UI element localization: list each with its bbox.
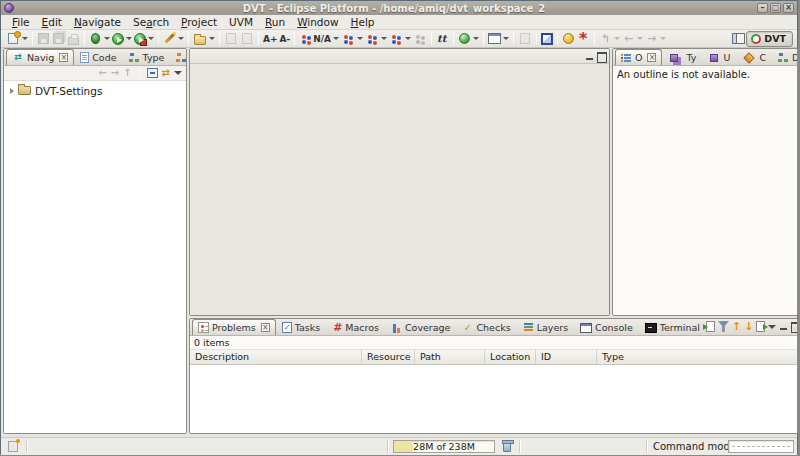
menu-project[interactable]: Project bbox=[175, 16, 223, 28]
disabled-doc-button-1[interactable] bbox=[223, 31, 239, 47]
new-wizard-button[interactable] bbox=[5, 31, 29, 47]
tab-layers[interactable]: Layers bbox=[517, 319, 574, 335]
forward-button[interactable]: → bbox=[644, 31, 667, 47]
minimize-view-icon[interactable] bbox=[779, 322, 788, 331]
tab-navigator[interactable]: ⇄ Navig × bbox=[6, 49, 74, 65]
save-all-button[interactable] bbox=[51, 31, 66, 47]
empty-editor-area[interactable] bbox=[190, 64, 609, 315]
dropdown-caret[interactable] bbox=[614, 37, 620, 40]
close-tab-icon[interactable]: × bbox=[59, 53, 68, 62]
up-icon[interactable]: ↑ bbox=[123, 67, 131, 79]
red-asterisk-button[interactable] bbox=[576, 31, 591, 47]
print-button[interactable] bbox=[66, 31, 81, 47]
dropdown-caret[interactable] bbox=[209, 37, 215, 40]
collapse-all-icon[interactable] bbox=[147, 68, 158, 78]
menu-help[interactable]: Help bbox=[345, 16, 381, 28]
forward-icon[interactable]: → bbox=[111, 67, 119, 79]
status-icon[interactable] bbox=[8, 441, 18, 452]
view-menu-icon[interactable] bbox=[768, 325, 776, 329]
tab-console[interactable]: Console bbox=[574, 319, 639, 335]
view-menu-icon[interactable] bbox=[174, 71, 182, 75]
dropdown-caret[interactable] bbox=[357, 37, 363, 40]
disabled-doc-button-3[interactable] bbox=[517, 31, 533, 47]
dvt-build-na-button[interactable]: N/A bbox=[298, 31, 340, 47]
column-id[interactable]: ID bbox=[536, 350, 597, 364]
tab-terminal[interactable]: Terminal bbox=[639, 319, 706, 335]
menu-file[interactable]: File bbox=[6, 16, 36, 28]
status-ball-button[interactable] bbox=[457, 31, 480, 47]
maximize-view-icon[interactable] bbox=[597, 52, 606, 61]
run-external-button[interactable] bbox=[133, 31, 155, 47]
close-tab-icon[interactable]: × bbox=[647, 53, 656, 62]
dvt-build-button-2[interactable] bbox=[364, 31, 388, 47]
column-resource[interactable]: Resource bbox=[362, 350, 415, 364]
filter-icon[interactable] bbox=[718, 321, 729, 332]
tree-item-dvt-settings[interactable]: DVT-Settings bbox=[4, 83, 186, 98]
close-button[interactable]: × bbox=[783, 3, 794, 13]
export-log-icon[interactable] bbox=[756, 321, 765, 332]
dvt-build-button-3[interactable] bbox=[388, 31, 412, 47]
wand-button[interactable] bbox=[162, 31, 185, 47]
tab-outline[interactable]: O × bbox=[615, 49, 662, 65]
tab-coverage[interactable]: Coverage bbox=[385, 319, 457, 335]
open-perspective-button[interactable] bbox=[731, 31, 746, 47]
menu-search[interactable]: Search bbox=[127, 16, 175, 28]
dropdown-caret[interactable] bbox=[381, 37, 387, 40]
run-button[interactable] bbox=[111, 31, 133, 47]
dvt-build-button-1[interactable] bbox=[340, 31, 364, 47]
menu-run[interactable]: Run bbox=[259, 16, 291, 28]
dropdown-caret[interactable] bbox=[473, 37, 479, 40]
menu-uvm[interactable]: UVM bbox=[223, 16, 259, 28]
save-button[interactable] bbox=[36, 31, 51, 47]
column-description[interactable]: Description bbox=[190, 350, 362, 364]
column-type[interactable]: Type bbox=[597, 350, 797, 364]
window-menu-icon[interactable] bbox=[4, 3, 14, 13]
tt-toggle-button[interactable] bbox=[435, 31, 450, 47]
column-location[interactable]: Location bbox=[485, 350, 536, 364]
tab-problems[interactable]: Problems × bbox=[192, 319, 276, 335]
last-edit-location-button[interactable]: ↰ bbox=[598, 31, 621, 47]
tab-checks-bottom[interactable]: Checks bbox=[456, 319, 516, 335]
command-mode-input[interactable] bbox=[728, 440, 794, 453]
tab-tasks[interactable]: Tasks bbox=[276, 319, 326, 335]
tab-macros[interactable]: Macros bbox=[326, 319, 385, 335]
tab-design[interactable]: D bbox=[772, 49, 798, 65]
tab-checks[interactable]: C bbox=[736, 49, 772, 65]
dropdown-caret[interactable] bbox=[637, 37, 643, 40]
dropdown-caret[interactable] bbox=[22, 37, 28, 40]
back-icon[interactable]: ← bbox=[98, 67, 106, 79]
column-path[interactable]: Path bbox=[415, 350, 485, 364]
editor-window-button[interactable] bbox=[487, 31, 510, 47]
menu-window[interactable]: Window bbox=[291, 16, 344, 28]
link-with-editor-icon[interactable]: ⇄ bbox=[162, 67, 170, 79]
dropdown-caret[interactable] bbox=[503, 37, 509, 40]
dropdown-caret[interactable] bbox=[178, 37, 184, 40]
menu-navigate[interactable]: Navigate bbox=[68, 16, 127, 28]
dropdown-caret[interactable] bbox=[405, 37, 411, 40]
tab-trace[interactable]: Trace bbox=[170, 49, 187, 65]
garbage-collect-icon[interactable] bbox=[503, 442, 511, 452]
expand-arrow-icon[interactable] bbox=[10, 88, 14, 94]
close-tab-icon[interactable]: × bbox=[261, 323, 270, 332]
yellow-ball-button[interactable] bbox=[561, 31, 576, 47]
minimize-button[interactable]: – bbox=[757, 3, 768, 13]
maximize-button[interactable]: ▢ bbox=[770, 3, 781, 13]
dropdown-caret[interactable] bbox=[148, 37, 154, 40]
open-folder-button[interactable] bbox=[192, 31, 216, 47]
dvt-build-disabled-button[interactable] bbox=[412, 31, 428, 47]
dropdown-caret[interactable] bbox=[126, 37, 132, 40]
dropdown-caret[interactable] bbox=[660, 37, 666, 40]
disabled-doc-button-2[interactable] bbox=[239, 31, 255, 47]
back-button[interactable]: ← bbox=[621, 31, 644, 47]
maximize-view-icon[interactable] bbox=[791, 322, 798, 331]
debug-button[interactable] bbox=[88, 31, 111, 47]
import-log-icon[interactable] bbox=[706, 321, 715, 332]
problems-table-body[interactable] bbox=[190, 365, 797, 433]
minimize-view-icon[interactable] bbox=[585, 52, 594, 61]
next-marker-icon[interactable]: ↓ bbox=[744, 320, 753, 333]
console-view-button[interactable] bbox=[540, 31, 554, 47]
dvt-perspective-button[interactable]: DVT bbox=[746, 31, 793, 47]
previous-marker-icon[interactable]: ↑ bbox=[732, 320, 741, 333]
font-decrease-button[interactable]: A- bbox=[279, 31, 292, 47]
dropdown-caret[interactable] bbox=[104, 37, 110, 40]
